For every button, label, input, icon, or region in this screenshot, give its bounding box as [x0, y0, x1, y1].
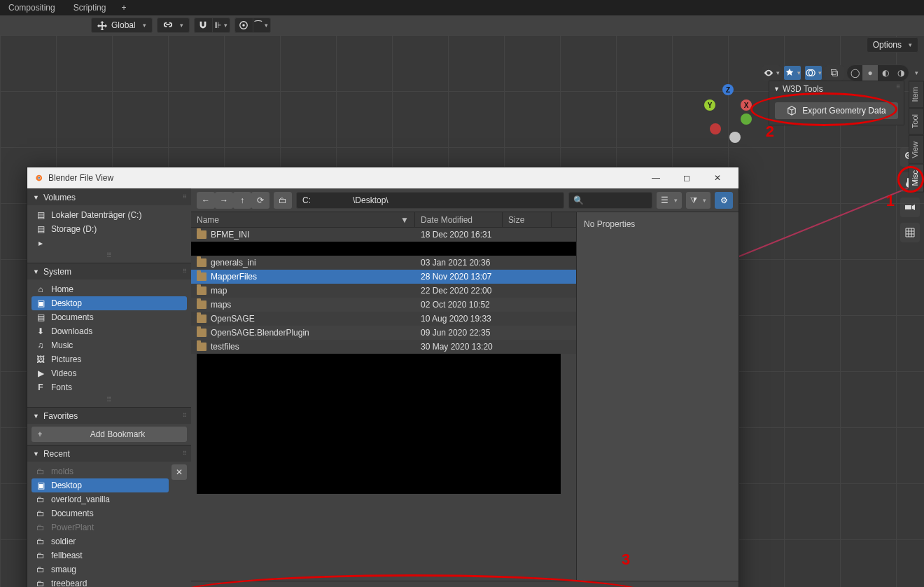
tab-compositing[interactable]: Compositing: [0, 1, 64, 15]
gizmo-z[interactable]: Z: [722, 84, 734, 95]
recent-header[interactable]: ▼Recent⠿: [27, 445, 191, 462]
chevron-down-icon: ▾: [915, 69, 918, 76]
system-music[interactable]: ♫Music: [31, 338, 187, 352]
col-name[interactable]: Name▼: [191, 212, 415, 227]
options-dropdown[interactable]: Options ▾: [867, 37, 918, 53]
svg-rect-5: [833, 71, 838, 76]
recent-item[interactable]: 🗀molds: [31, 464, 169, 478]
system-fonts[interactable]: FFonts: [31, 380, 187, 394]
folder-icon: [197, 286, 206, 295]
falloff-button[interactable]: ⁀▾: [253, 18, 271, 33]
maximize-button[interactable]: ◻: [671, 167, 702, 188]
volume-item[interactable]: ▤Lokaler Datenträger (C:): [31, 208, 187, 222]
close-button[interactable]: ✕: [702, 167, 733, 188]
recent-item[interactable]: 🗀treebeard: [31, 576, 169, 587]
viewport[interactable]: Options ▾ ▾ ▾ ▾ ◯ ● ◐ ◑ ▾ Z X Y Item Too…: [0, 35, 924, 587]
col-date[interactable]: Date Modified: [415, 212, 503, 227]
ntab-view[interactable]: View: [909, 135, 924, 165]
ntab-misc[interactable]: Misc: [909, 164, 924, 193]
recent-item[interactable]: 🗀soldier: [31, 534, 169, 548]
volume-item[interactable]: ▤Storage (D:): [31, 222, 187, 236]
camera-button[interactable]: [900, 198, 920, 217]
system-videos[interactable]: ▶Videos: [31, 366, 187, 380]
ntab-tool[interactable]: Tool: [909, 108, 924, 134]
refresh-button[interactable]: ⟳: [251, 192, 270, 209]
perspective-button[interactable]: [900, 223, 920, 242]
recent-item[interactable]: 🗀PowerPlant: [31, 520, 169, 534]
system-downloads[interactable]: ⬇Downloads: [31, 324, 187, 338]
file-row[interactable]: maps02 Oct 2020 10:52: [191, 298, 576, 312]
file-row-redacted[interactable]: [191, 242, 576, 256]
snap-type-button[interactable]: ⊪▾: [212, 18, 230, 33]
proportional-button[interactable]: [234, 18, 253, 33]
xray-button[interactable]: [825, 65, 844, 81]
search-input[interactable]: 🔍: [568, 192, 652, 209]
recent-item[interactable]: 🗀overlord_vanilla: [31, 492, 169, 506]
gizmo-neg-y[interactable]: [741, 113, 752, 125]
up-button[interactable]: ↑: [233, 192, 251, 209]
chevron-down-icon: ▾: [797, 69, 801, 76]
recent-item[interactable]: 🗀Documents: [31, 506, 169, 520]
folder-icon: [197, 230, 206, 239]
snap-magnet-button[interactable]: [194, 18, 212, 33]
gizmo-neg-x[interactable]: [710, 123, 721, 134]
clear-recent-button[interactable]: ✕: [172, 464, 187, 480]
filter-button[interactable]: ⧩▾: [686, 192, 710, 209]
rendered-shading[interactable]: ◑: [893, 65, 909, 81]
volumes-body: ▤Lokaler Datenträger (C:) ▤Storage (D:) …: [27, 205, 191, 263]
snap-dropdown[interactable]: ▾: [157, 18, 190, 33]
gizmo-x[interactable]: X: [741, 99, 752, 111]
gizmo-y[interactable]: Y: [704, 99, 715, 111]
gizmo-button[interactable]: ▾: [783, 65, 802, 81]
export-geometry-button[interactable]: Export Geometry Data: [775, 102, 898, 119]
add-bookmark-button[interactable]: +Add Bookmark: [31, 427, 187, 442]
orientation-dropdown[interactable]: Global ▾: [91, 18, 153, 33]
recent-item[interactable]: 🗀smaug: [31, 562, 169, 576]
forward-button[interactable]: →: [215, 192, 233, 209]
recent-item[interactable]: ▣Desktop: [31, 478, 169, 492]
visibility-button[interactable]: ▾: [762, 65, 780, 81]
system-pictures[interactable]: 🖼Pictures: [31, 352, 187, 366]
settings-button[interactable]: ⚙: [715, 192, 733, 209]
file-row[interactable]: testfiles30 May 2020 13:20: [191, 340, 576, 354]
ntab-item[interactable]: Item: [909, 81, 924, 108]
volume-more[interactable]: ▸: [31, 236, 187, 250]
file-row[interactable]: MapperFiles28 Nov 2020 13:07: [191, 270, 576, 284]
w3d-tools-header[interactable]: ▼ W3D Tools ⠿: [769, 81, 904, 97]
file-properties: No Properties: [576, 212, 738, 581]
path-input[interactable]: C: \Desktop\: [296, 192, 564, 209]
wireframe-shading[interactable]: ◯: [847, 65, 862, 81]
file-bottom-bar: untitled.xml + − Export Geometry Data Ca…: [191, 581, 738, 587]
favorites-header[interactable]: ▼Favorites⠿: [27, 407, 191, 424]
curve-icon: ⁀: [255, 20, 262, 30]
chevron-down-icon: ▾: [818, 69, 822, 76]
material-shading[interactable]: ◐: [878, 65, 893, 81]
recent-item[interactable]: 🗀fellbeast: [31, 548, 169, 562]
file-row[interactable]: OpenSAGE.BlenderPlugin09 Jun 2020 22:35: [191, 326, 576, 340]
circle-dot-icon: [239, 20, 248, 30]
file-row[interactable]: BFME_INI18 Dec 2020 16:31: [191, 228, 576, 242]
display-mode-button[interactable]: ☰▾: [657, 192, 682, 209]
arrow-up-icon: ↑: [240, 195, 244, 205]
file-row[interactable]: generals_ini03 Jan 2021 20:36: [191, 256, 576, 270]
new-folder-button[interactable]: 🗀: [274, 192, 292, 209]
file-row[interactable]: map22 Dec 2020 22:00: [191, 284, 576, 298]
folder-icon: 🗀: [36, 523, 46, 532]
drag-dots-icon: ⠿: [896, 84, 902, 90]
solid-shading[interactable]: ●: [862, 65, 878, 81]
system-documents[interactable]: ▤Documents: [31, 310, 187, 324]
system-header[interactable]: ▼System⠿: [27, 263, 191, 279]
font-icon: F: [36, 382, 46, 392]
system-home[interactable]: ⌂Home: [31, 282, 187, 296]
gizmo-neg-z[interactable]: [729, 132, 741, 143]
tab-scripting[interactable]: Scripting: [65, 1, 115, 15]
overlays-button[interactable]: ▾: [804, 65, 822, 81]
minimize-button[interactable]: —: [640, 167, 671, 188]
nav-gizmo[interactable]: Z X Y: [700, 84, 756, 140]
system-desktop[interactable]: ▣Desktop: [31, 296, 187, 310]
tab-add[interactable]: +: [115, 1, 132, 15]
back-button[interactable]: ←: [197, 192, 215, 209]
volumes-header[interactable]: ▼Volumes⠿: [27, 188, 191, 205]
col-size[interactable]: Size: [503, 212, 552, 227]
file-row[interactable]: OpenSAGE10 Aug 2020 19:33: [191, 312, 576, 326]
